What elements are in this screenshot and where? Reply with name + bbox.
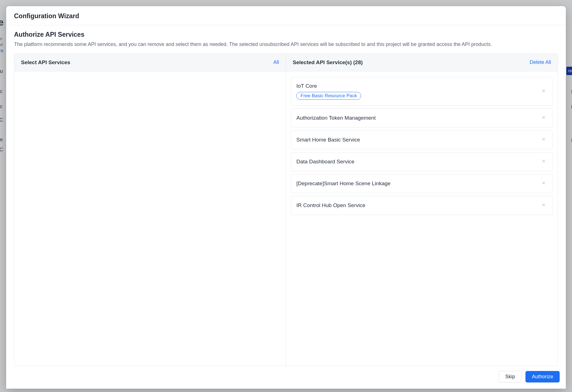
close-icon xyxy=(542,115,546,120)
remove-service-button[interactable] xyxy=(540,202,547,209)
service-name: Authorization Token Management xyxy=(296,115,376,121)
selected-pane-title: Selected API Service(s) (28) xyxy=(293,59,363,66)
selected-service-item: [Deprecate]Smart Home Scene Linkage xyxy=(291,174,553,193)
close-icon xyxy=(542,203,546,208)
selected-service-item: IR Control Hub Open Service xyxy=(291,196,553,215)
skip-button[interactable]: Skip xyxy=(499,371,522,382)
selected-service-item: Authorization Token Management xyxy=(291,108,553,127)
selected-services-pane: Selected API Service(s) (28) Delete All … xyxy=(286,54,558,366)
remove-service-button[interactable] xyxy=(540,180,547,187)
select-all-button[interactable]: All xyxy=(273,59,279,65)
service-main: Authorization Token Management xyxy=(296,115,376,121)
selected-pane-header: Selected API Service(s) (28) Delete All xyxy=(286,54,558,71)
close-icon xyxy=(542,89,546,94)
service-main: Smart Home Basic Service xyxy=(296,137,360,143)
close-icon xyxy=(542,159,546,164)
service-badge: Free Basic Resource Pack xyxy=(296,92,361,100)
authorize-button[interactable]: Authorize xyxy=(525,371,560,382)
remove-service-button[interactable] xyxy=(540,114,547,122)
available-pane-body[interactable] xyxy=(14,71,286,366)
modal-footer: Skip Authorize xyxy=(6,366,566,389)
service-name: IR Control Hub Open Service xyxy=(296,202,365,208)
service-name: [Deprecate]Smart Home Scene Linkage xyxy=(296,180,391,187)
configuration-wizard-modal: Configuration Wizard Authorize API Servi… xyxy=(6,6,566,389)
modal-header: Configuration Wizard xyxy=(6,6,566,25)
remove-service-button[interactable] xyxy=(540,88,547,95)
available-pane-title: Select API Services xyxy=(21,59,70,66)
service-main: IoT CoreFree Basic Resource Pack xyxy=(296,83,361,100)
section-description: The platform recommends some API service… xyxy=(14,41,558,48)
selected-service-item: IoT CoreFree Basic Resource Pack xyxy=(291,77,553,106)
delete-all-button[interactable]: Delete All xyxy=(530,59,551,65)
api-services-dual-pane: Select API Services All Selected API Ser… xyxy=(14,54,558,366)
selected-service-item: Data Dashboard Service xyxy=(291,152,553,171)
service-main: Data Dashboard Service xyxy=(296,159,354,165)
selected-pane-body[interactable]: IoT CoreFree Basic Resource PackAuthoriz… xyxy=(286,71,558,366)
remove-service-button[interactable] xyxy=(540,158,547,165)
section-title: Authorize API Services xyxy=(14,31,558,38)
service-main: [Deprecate]Smart Home Scene Linkage xyxy=(296,180,391,187)
service-name: Smart Home Basic Service xyxy=(296,137,360,143)
service-main: IR Control Hub Open Service xyxy=(296,202,365,208)
service-name: IoT Core xyxy=(296,83,361,89)
remove-service-button[interactable] xyxy=(540,136,547,143)
selected-service-item: Smart Home Basic Service xyxy=(291,130,553,149)
available-services-pane: Select API Services All xyxy=(14,54,286,366)
modal-title: Configuration Wizard xyxy=(14,12,558,20)
available-pane-header: Select API Services All xyxy=(14,54,286,71)
service-name: Data Dashboard Service xyxy=(296,159,354,165)
close-icon xyxy=(542,181,546,186)
close-icon xyxy=(542,137,546,142)
modal-body: Authorize API Services The platform reco… xyxy=(6,25,566,366)
